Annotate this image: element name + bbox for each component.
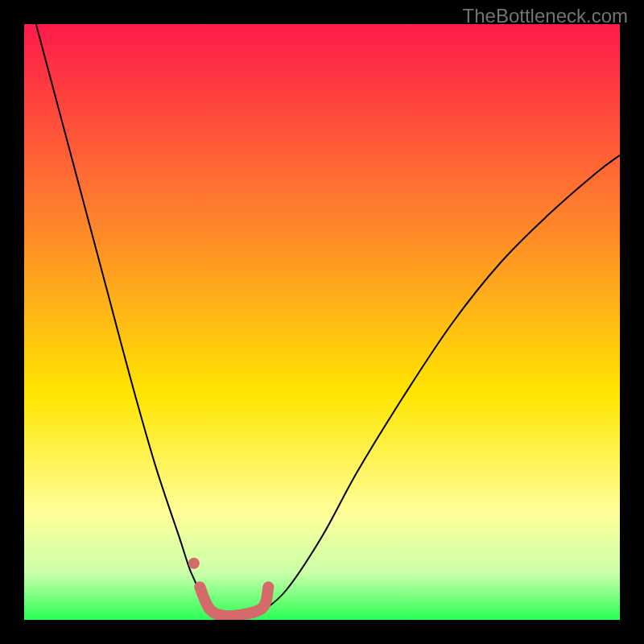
watermark-text: TheBottleneck.com (463, 5, 628, 27)
series-bottleneck-curve-left (36, 24, 215, 611)
chart-plot (24, 24, 620, 620)
series-highlight-dot (188, 558, 200, 569)
chart-container (24, 24, 620, 620)
series-highlight-band (200, 587, 268, 616)
series-bottleneck-curve-right (262, 155, 620, 611)
